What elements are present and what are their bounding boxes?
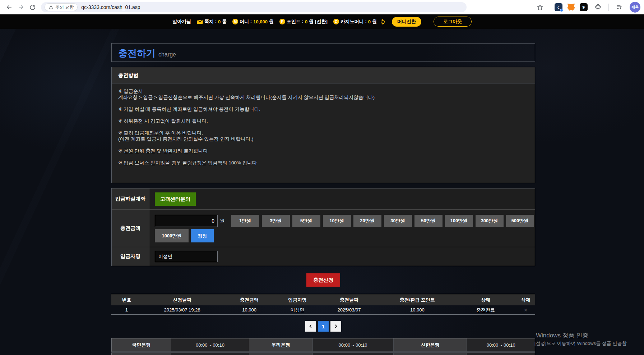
casino-money-icon: C [333, 19, 339, 24]
logout-button[interactable]: 로그아웃 [434, 17, 472, 27]
security-chip-label: 주의 요함 [55, 4, 74, 10]
point-icon: P [279, 19, 285, 24]
browser-toolbar: 주의 요함 qc-3333.com/cash_01.asp c ∗ 재욱 [0, 0, 644, 14]
main-content: 충전하기 charge 충전방법 ※ 입금순서 계좌요청 > 입금 > 입금신청… [0, 29, 644, 355]
column-header: 충전/환급 포인트 [380, 297, 455, 303]
method-line: 계좌요청 > 입금 > 입금신청순으로 해주시면 가장 신속하게 처리됩니다(순… [118, 94, 528, 100]
money-icon: M [232, 19, 238, 24]
reading-list-icon[interactable] [613, 1, 625, 13]
quick-amount-buttons: 1만원 3만원 5만원 10만원 20만원 30만원 50만원 100만원 30… [231, 215, 534, 227]
profile-avatar[interactable]: 재욱 [630, 2, 640, 13]
quick-amount-button[interactable]: 10만원 [323, 215, 351, 227]
prev-page-button[interactable] [305, 321, 316, 332]
bank-name: 국민은행 [112, 338, 171, 351]
column-header: 상태 [455, 297, 516, 303]
method-line: ※ 입금 보너스 받지않을 경우 롤링규정은 입금액의 100% 입니다 [118, 160, 528, 166]
screen: 주의 요함 qc-3333.com/cash_01.asp c ∗ 재욱 알아가… [0, 0, 644, 355]
username: 알아가님 [172, 18, 191, 25]
method-line: ※ 천원 단위 충전 및 반환처리 불가합니다 [118, 148, 528, 154]
point-convert-link[interactable]: [전환] [315, 18, 328, 25]
depositor-name-label: 입금자명 [112, 247, 149, 266]
toolbar-right-icons: c ∗ 재욱 [534, 1, 640, 13]
quick-amount-button[interactable]: 50만원 [414, 215, 443, 227]
history-request-date: 2025/03/07 19:28 [142, 307, 222, 313]
clear-amount-button[interactable]: 정정 [191, 229, 214, 242]
metamask-fox-icon[interactable] [567, 4, 575, 11]
quick-amount-button[interactable]: 300만원 [476, 215, 504, 227]
url-text: qc-3333.com/cash_01.asp [81, 4, 140, 10]
bank-schedule-table: 국민은행 00:00 ~ 00:10 우리은행 00:00 ~ 00:10 신한… [111, 338, 535, 352]
bank-time: 00:00 ~ 00:10 [467, 338, 534, 351]
quick-amount-button[interactable]: 500만원 [506, 215, 534, 227]
address-bar[interactable]: 주의 요함 qc-3333.com/cash_01.asp [41, 2, 467, 12]
quick-amount-button[interactable]: 30만원 [384, 215, 412, 227]
site-header: 알아가님 쪽지 :0통 M 머니 :10,000원 P 포인트 :0원 [전환]… [0, 14, 644, 29]
page-title-box: 충전하기 charge [111, 43, 535, 62]
column-header: 충전금액 [222, 297, 276, 303]
history-row: 1 2025/03/07 19:28 10,000 이성민 2025/03/07… [111, 305, 535, 315]
quick-amount-button[interactable]: 20만원 [353, 215, 381, 227]
method-line: (이전 계좌로 입금시 충전처리 안되실수 있는점 인지 바랍니다.) [118, 136, 528, 142]
quick-amount-button[interactable]: 1000만원 [155, 229, 189, 242]
history-amount: 10,000 [222, 307, 276, 313]
column-header: 삭제 [516, 297, 535, 303]
charge-method-box: 충전방법 ※ 입금순서 계좌요청 > 입금 > 입금신청순으로 해주시면 가장 … [111, 67, 535, 183]
extensions-puzzle-icon[interactable] [592, 1, 604, 13]
charge-submit-button[interactable]: 충전신청 [306, 273, 340, 287]
depositor-name-input[interactable] [155, 251, 218, 262]
next-page-button[interactable] [330, 321, 341, 332]
user-balance-bar: 알아가님 쪽지 :0통 M 머니 :10,000원 P 포인트 :0원 [전환]… [172, 17, 472, 27]
delete-row-icon[interactable]: × [516, 307, 535, 313]
forward-icon[interactable] [15, 1, 27, 13]
bookmark-star-icon[interactable] [534, 1, 546, 13]
bank-time: 00:00 ~ 00:10 [171, 338, 249, 351]
money-convert-button[interactable]: 머니전환 [392, 17, 421, 27]
charge-history-table: 번호 신청날짜 충전금액 입금자명 충전날짜 충전/환급 포인트 상태 삭제 1… [111, 294, 535, 315]
page-subtitle: charge [158, 51, 176, 58]
bank-schedule-next-row [111, 352, 535, 355]
history-header-row: 번호 신청날짜 충전금액 입금자명 충전날짜 충전/환급 포인트 상태 삭제 [111, 294, 535, 305]
column-header: 충전날짜 [319, 297, 380, 303]
customer-center-button[interactable]: 고객센터문의 [155, 192, 196, 206]
method-line: ※ 입금순서 [118, 88, 528, 94]
history-charge-date: 2025/03/07 [319, 307, 380, 313]
extension-icon-dark[interactable]: ∗ [580, 3, 588, 11]
page-title: 충전하기 [118, 47, 156, 60]
history-points: 10,000 [380, 307, 455, 313]
message-count: 쪽지 :0통 [197, 18, 227, 25]
charge-method-header: 충전방법 [112, 67, 535, 83]
extension-icon-blue[interactable]: c [555, 3, 562, 11]
mail-icon [197, 19, 203, 24]
history-depositor: 이성민 [276, 307, 319, 313]
page-number-button[interactable]: 1 [318, 321, 329, 332]
method-line: ※ 가입 하실 때 등록하신 계좌로만 입금하셔야 충전이 가능합니다. [118, 106, 528, 112]
bank-name: 우리은행 [249, 338, 313, 351]
chevron-right-icon [333, 324, 338, 329]
quick-amount-button[interactable]: 1만원 [231, 215, 259, 227]
deposit-account-row: 입금하실계좌 고객센터문의 [112, 188, 535, 210]
quick-amount-button[interactable]: 5만원 [292, 215, 320, 227]
windows-activation-watermark-line2: [설정]으로 이동하여 Windows를 정품 인증합 [534, 340, 626, 347]
toolbar-divider [608, 4, 609, 11]
method-line: ※ 필히 입금계좌문의 후 이용 바랍니다. [118, 130, 528, 136]
column-header: 입금자명 [276, 297, 319, 303]
charge-amount-row: 충전금액 원 1만원 3만원 5만원 10만원 20만원 30만원 [112, 210, 535, 247]
chevron-left-icon [308, 324, 313, 329]
bank-name: 신한은행 [394, 338, 467, 351]
pagination: 1 [111, 321, 535, 332]
site-security-chip[interactable]: 주의 요함 [45, 3, 78, 11]
casino-balance: C 카지노머니 :0원 [333, 18, 386, 25]
bank-time: 00:00 ~ 00:10 [313, 338, 394, 351]
point-balance: P 포인트 :0원 [전환] [279, 18, 328, 25]
charge-method-body: ※ 입금순서 계좌요청 > 입금 > 입금신청순으로 해주시면 가장 신속하게 … [112, 83, 535, 183]
money-balance: M 머니 :10,000원 [232, 18, 274, 25]
quick-amount-button[interactable]: 100만원 [445, 215, 473, 227]
back-icon[interactable] [4, 1, 15, 13]
history-status: 충전완료 [455, 307, 516, 313]
refresh-balance-icon[interactable] [379, 18, 386, 25]
charge-amount-label: 충전금액 [112, 210, 149, 247]
amount-input[interactable] [155, 215, 218, 227]
column-header: 번호 [111, 297, 142, 303]
quick-amount-button[interactable]: 3만원 [262, 215, 290, 227]
reload-icon[interactable] [27, 1, 38, 13]
